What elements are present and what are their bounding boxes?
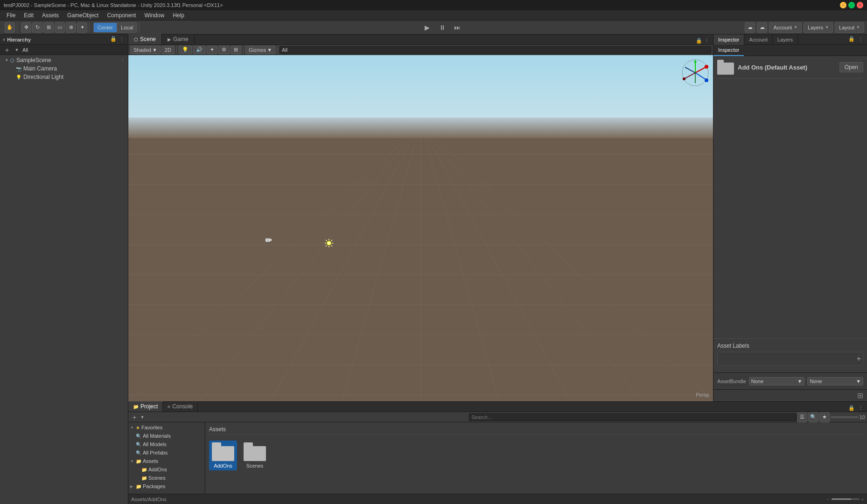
collab-icon[interactable]: ☁	[745, 22, 755, 33]
shading-mode-button[interactable]: Shaded ▼	[130, 46, 161, 54]
menu-assets[interactable]: Assets	[38, 11, 63, 20]
maximize-button[interactable]: □	[848, 2, 855, 8]
pivot-group: Center Local	[91, 22, 140, 33]
scene-settings-button[interactable]: ⚙	[218, 46, 230, 54]
grid-button[interactable]: ⊞	[231, 46, 241, 54]
samplescene-expand-icon[interactable]: ▼	[5, 58, 10, 63]
hierarchy-search-input[interactable]	[22, 47, 125, 53]
asset-labels-add-icon[interactable]: +	[857, 355, 861, 363]
account-dropdown[interactable]: Account ▼	[769, 22, 802, 33]
status-slider[interactable]	[832, 498, 860, 500]
scenes-folder[interactable]: Scenes	[241, 441, 269, 470]
close-button[interactable]: ×	[857, 2, 863, 8]
asset-bundle-select2[interactable]: None ▼	[807, 377, 863, 385]
scene-view[interactable]: Persp	[128, 55, 713, 401]
account-tab[interactable]: Account	[744, 35, 773, 45]
local-pivot-button[interactable]: Local	[117, 22, 137, 33]
hierarchy-item-directional-light[interactable]: 💡 Directional Light	[0, 73, 128, 81]
toolbar: ✋ ✥ ↻ ⊞ ▭ ⊕ ✦ Center Local ▶ ⏸ ⏭ ☁ ☁ Acc…	[0, 21, 867, 35]
console-tab[interactable]: ≡ Console	[163, 401, 198, 412]
camera-scene-object[interactable]	[264, 235, 273, 245]
project-search-input[interactable]	[469, 413, 797, 421]
cloud-button[interactable]: ☁	[757, 22, 767, 33]
sky-gradient	[128, 55, 713, 124]
addons-folder[interactable]: AddOns	[209, 441, 237, 470]
project-tab[interactable]: 📁 Project	[128, 401, 163, 412]
inspector-sub-tab-label: Inspector	[718, 47, 739, 53]
star-filter-button[interactable]: ★	[819, 412, 830, 422]
hierarchy-item-main-camera[interactable]: 📷 Main Camera	[0, 64, 128, 73]
project-add-button[interactable]: +	[130, 413, 139, 421]
move-tool-button[interactable]: ✥	[21, 22, 31, 33]
custom-tool-button[interactable]: ✦	[77, 22, 87, 33]
menu-component[interactable]: Component	[103, 11, 140, 20]
audio-button[interactable]: 🔊	[193, 46, 206, 54]
bottom-panel-more-icon[interactable]: ⋮	[857, 404, 864, 412]
asset-bundle-arrow-icon1: ▼	[797, 378, 803, 384]
layout-dropdown[interactable]: Layout ▼	[835, 22, 864, 33]
inspector-lock-icon[interactable]: 🔒	[848, 36, 855, 43]
menu-help[interactable]: Help	[169, 11, 188, 20]
hierarchy-more-icon[interactable]: ⋮	[118, 36, 125, 43]
hierarchy-lock-icon[interactable]: 🔒	[110, 36, 117, 43]
layers-dropdown[interactable]: Layers ▼	[804, 22, 833, 33]
project-chevron-icon[interactable]: ▼	[139, 413, 146, 421]
scene-view-more-icon[interactable]: ⋮	[703, 37, 710, 44]
tree-packages[interactable]: ▶ 📁 Packages	[128, 482, 205, 490]
materials-search-icon: 🔍	[136, 434, 141, 439]
menu-file[interactable]: File	[3, 11, 19, 20]
main-layout: ≡ Hierarchy 🔒 ⋮ + ▼ ▼ ⬡ SampleScene ⋮	[0, 35, 867, 504]
tree-all-materials[interactable]: 🔍 All Materials	[128, 432, 205, 440]
asset-labels-area[interactable]: +	[717, 352, 863, 366]
size-label: 10	[860, 414, 865, 420]
scene-gizmo[interactable]	[681, 59, 709, 87]
filter-button[interactable]: 🔍	[808, 412, 818, 422]
list-view-button[interactable]: ☰	[797, 412, 807, 422]
2d-button[interactable]: 2D	[161, 46, 175, 54]
size-slider[interactable]	[831, 416, 859, 418]
tree-favorites[interactable]: ▼ ★ Favorites	[128, 423, 205, 432]
game-tab[interactable]: ▶ Game	[162, 34, 195, 44]
play-button[interactable]: ▶	[421, 22, 434, 33]
asset-labels-section: Asset Labels +	[713, 338, 867, 372]
bottom-panel-lock-icon[interactable]: 🔒	[848, 405, 855, 411]
step-button[interactable]: ⏭	[451, 22, 464, 33]
center-pivot-button[interactable]: Center	[93, 22, 117, 33]
tree-all-models[interactable]: 🔍 All Models	[128, 440, 205, 448]
lighting-button[interactable]: 💡	[179, 46, 192, 54]
transform-tool-button[interactable]: ⊕	[66, 22, 76, 33]
inspector-tab[interactable]: Inspector	[713, 35, 744, 45]
gizmos-button[interactable]: Gizmos ▼	[245, 46, 275, 54]
menu-gameobject[interactable]: GameObject	[63, 11, 102, 20]
sun-object[interactable]	[324, 238, 334, 248]
pause-button[interactable]: ⏸	[436, 22, 449, 33]
tree-addons[interactable]: 📁 AddOns	[128, 465, 205, 474]
asset-bundle-select1[interactable]: None ▼	[749, 377, 805, 385]
tree-assets[interactable]: ▼ 📁 Assets	[128, 457, 205, 465]
hierarchy-item-samplescene[interactable]: ▼ ⬡ SampleScene ⋮	[0, 56, 128, 64]
open-button[interactable]: Open	[839, 62, 863, 72]
inspector-sub-tab[interactable]: Inspector	[713, 45, 744, 56]
minimize-button[interactable]: −	[840, 2, 846, 8]
menu-edit[interactable]: Edit	[20, 11, 37, 20]
rotate-tool-button[interactable]: ↻	[32, 22, 42, 33]
tree-all-prefabs[interactable]: 🔍 All Prefabs	[128, 448, 205, 457]
svg-line-33	[695, 67, 706, 73]
scene-view-lock-icon[interactable]: 🔒	[695, 37, 703, 44]
folder-body	[717, 63, 734, 75]
effects-button[interactable]: ✦	[207, 46, 217, 54]
layers-tab[interactable]: Layers	[773, 35, 798, 45]
menu-window[interactable]: Window	[140, 11, 168, 20]
hand-tool-group: ✋	[3, 22, 17, 33]
tree-scenes[interactable]: 📁 Scenes	[128, 474, 205, 482]
hierarchy-chevron-icon[interactable]: ▼	[13, 46, 21, 54]
scale-tool-button[interactable]: ⊞	[43, 22, 54, 33]
samplescene-more-icon[interactable]: ⋮	[120, 58, 125, 63]
scene-search-input[interactable]	[280, 46, 711, 54]
rect-tool-button[interactable]: ▭	[55, 22, 65, 33]
scene-tab[interactable]: ⬡ Scene	[128, 34, 162, 44]
hand-tool-button[interactable]: ✋	[5, 22, 15, 33]
layout-label: Layout	[839, 25, 854, 30]
hierarchy-add-button[interactable]: +	[3, 46, 11, 54]
inspector-more-icon[interactable]: ⋮	[857, 36, 864, 43]
